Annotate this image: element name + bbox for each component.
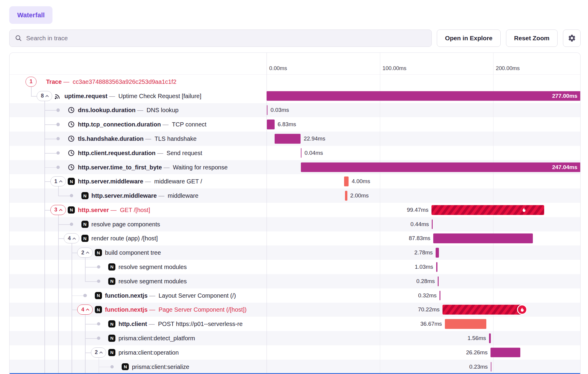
span-bar[interactable]: [345, 191, 347, 201]
span-toggle-badge[interactable]: 2: [77, 248, 93, 258]
flame-icon: [517, 305, 527, 315]
span-label: http.client — POST https://p01--serverle…: [118, 321, 242, 327]
span-label: prisma:client:operation: [118, 349, 179, 356]
child-count: 4: [68, 235, 71, 242]
span-bar[interactable]: [436, 248, 439, 258]
trace-row[interactable]: http.server.time_to_first_byte — Waiting…: [10, 160, 580, 174]
span-bar[interactable]: [438, 276, 439, 286]
span-duration-label: 0.44ms: [411, 221, 429, 228]
trace-row[interactable]: tls.handshake.duration — TLS handshake22…: [10, 132, 580, 146]
trace-row[interactable]: Nresolve segment modules1.03ms: [10, 260, 580, 274]
flame-icon: [521, 207, 527, 213]
tab-waterfall[interactable]: Waterfall: [9, 6, 52, 24]
trace-row[interactable]: 2Nprisma:client:operation26.26ms: [10, 345, 580, 360]
waterfall-cell: 87.83ms: [267, 231, 580, 246]
child-count: 2: [95, 349, 98, 356]
span-bar[interactable]: [436, 262, 437, 272]
span-bar[interactable]: [489, 333, 491, 343]
trace-row[interactable]: 2Nbuild component tree2.78ms: [10, 245, 580, 260]
span-bar[interactable]: [440, 290, 440, 300]
span-tree-cell: Nprisma:client:serialize: [10, 360, 267, 374]
trace-row[interactable]: dns.lookup.duration — DNS lookup0.03ms: [10, 103, 580, 118]
trace-row[interactable]: Nhttp.client — POST https://p01--serverl…: [10, 317, 580, 331]
span-label: http.tcp_connection.duration — TCP conne…: [78, 121, 206, 128]
span-toggle-badge[interactable]: 8: [37, 91, 52, 101]
pane-divider[interactable]: [267, 53, 267, 373]
span-bar[interactable]: [275, 134, 301, 144]
span-tree-cell: 4Nrender route (app) /[host]: [10, 231, 267, 246]
trace-row[interactable]: 8uptime.request — Uptime Check Request […: [10, 89, 580, 103]
span-bar[interactable]: [491, 362, 492, 372]
trace-row[interactable]: http.client.request.duration — Send requ…: [10, 146, 580, 160]
waterfall-cell: 99.47ms: [267, 203, 580, 217]
trace-row[interactable]: Nprisma:client:detect_platform1.56ms: [10, 331, 580, 345]
span-bar[interactable]: [442, 305, 522, 315]
span-label: tls.handshake.duration — TLS handshake: [78, 135, 196, 142]
trace-row[interactable]: 4Nrender route (app) /[host]87.83ms: [10, 231, 580, 246]
span-tree-cell: dns.lookup.duration — DNS lookup: [10, 103, 267, 118]
trace-row[interactable]: 1Nhttp.server.middleware — middleware GE…: [10, 174, 580, 188]
waterfall-cell: 4.00ms: [267, 174, 580, 188]
trace-row[interactable]: Nresolve page components0.44ms: [10, 217, 580, 231]
tree-dot: [70, 222, 73, 226]
span-bar[interactable]: [344, 177, 349, 186]
span-toggle-badge[interactable]: 4: [64, 234, 79, 244]
span-duration-label: 4.00ms: [352, 178, 370, 185]
span-tree-cell: 1Trace — cc3ae3748883563a926c253d9aa1c1f…: [10, 75, 267, 89]
trace-row[interactable]: Nprisma:client:serialize0.23ms: [10, 360, 580, 374]
toolbar: Open in Explore Reset Zoom: [9, 30, 580, 47]
open-in-explore-button[interactable]: Open in Explore: [437, 30, 501, 47]
trace-row[interactable]: 3Nhttp.server — GET /[host]99.47ms: [10, 203, 580, 217]
trace-row[interactable]: Nfunction.nextjs — Layout Server Compone…: [10, 288, 580, 303]
trace-row[interactable]: 1Trace — cc3ae3748883563a926c253d9aa1c1f…: [10, 75, 580, 89]
trace-row[interactable]: Nhttp.server.middleware — middleware2.00…: [10, 188, 580, 203]
child-count: 3: [54, 207, 57, 213]
waterfall-cell: 2.78ms: [267, 245, 580, 260]
nextjs-icon: N: [68, 178, 75, 185]
trace-panel: 0.00ms100.00ms200.00ms 1Trace — cc3ae374…: [9, 52, 580, 374]
span-toggle-badge[interactable]: 1: [50, 176, 66, 186]
tree-dot: [56, 166, 60, 169]
span-bar[interactable]: [431, 205, 544, 215]
span-tree-cell: 2Nbuild component tree: [10, 245, 267, 260]
span-tree-cell: 3Nhttp.server — GET /[host]: [10, 203, 267, 217]
span-tree-cell: http.server.time_to_first_byte — Waiting…: [10, 160, 267, 174]
span-bar[interactable]: [432, 219, 433, 229]
trace-row[interactable]: 4Nfunction.nextjs — Page Server Componen…: [10, 303, 580, 317]
span-duration-label: 0.32ms: [418, 292, 437, 299]
span-bar[interactable]: [267, 105, 268, 115]
span-duration-label: 36.67ms: [420, 321, 442, 327]
span-bar[interactable]: [267, 91, 581, 101]
span-bar[interactable]: [301, 162, 581, 172]
child-count: 2: [81, 250, 84, 256]
span-bar[interactable]: [490, 347, 520, 357]
span-toggle-badge[interactable]: 2: [91, 347, 106, 358]
waterfall-cell: 0.03ms: [267, 103, 580, 118]
span-toggle-badge[interactable]: 1: [26, 77, 37, 87]
search-bar[interactable]: [9, 30, 431, 47]
span-bar[interactable]: [433, 234, 533, 243]
span-toggle-badge[interactable]: 4: [77, 305, 93, 315]
child-count: 8: [41, 93, 44, 99]
trace-row[interactable]: Nresolve segment modules0.28ms: [10, 274, 580, 288]
waterfall-cell: 0.28ms: [267, 274, 580, 288]
span-toggle-badge[interactable]: 3: [50, 205, 66, 215]
trace-row[interactable]: http.tcp_connection.duration — TCP conne…: [10, 117, 580, 132]
span-tree-cell: Nprisma:client:detect_platform: [10, 331, 267, 345]
nextjs-icon: N: [108, 349, 115, 356]
settings-button[interactable]: [563, 30, 581, 47]
reset-zoom-button[interactable]: Reset Zoom: [506, 30, 558, 47]
search-input[interactable]: [26, 35, 426, 42]
chevron-up-icon: [86, 309, 89, 312]
nextjs-icon: N: [81, 192, 89, 199]
trace-waterfall-view: Waterfall Open in Explore Reset Zoom 0.0…: [0, 0, 588, 374]
tree-dot: [97, 336, 100, 340]
span-bar[interactable]: [445, 319, 486, 329]
span-label: render route (app) /[host]: [92, 235, 158, 242]
span-label: function.nextjs — Page Server Component …: [105, 306, 247, 313]
span-bar[interactable]: [267, 120, 275, 129]
span-bar[interactable]: [301, 148, 302, 158]
child-count: 1: [54, 178, 57, 185]
axis-tick-label: 100.00ms: [383, 65, 406, 72]
span-tree-cell: Nresolve segment modules: [10, 274, 267, 288]
